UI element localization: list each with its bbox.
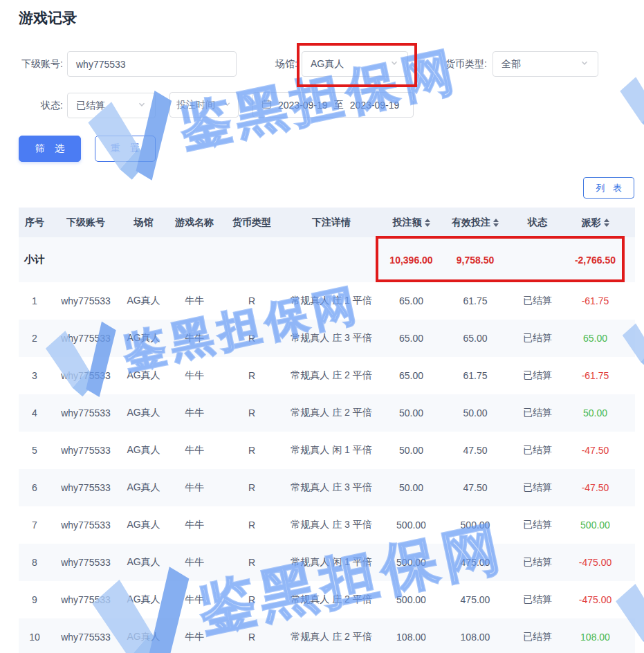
header-cell-bet_amount: 投注额 — [382, 217, 441, 229]
table-row: 2why775533AG真人牛牛R常规真人 庄 3 平倍65.0065.00已结… — [19, 320, 635, 357]
cell-game: 牛牛 — [166, 444, 223, 457]
cell-currency: R — [223, 370, 281, 381]
cell-game: 牛牛 — [166, 332, 223, 344]
sort-desc-icon[interactable] — [493, 223, 499, 227]
cell-bet_amount: 500.00 — [382, 557, 441, 568]
cell-venue: AG真人 — [121, 631, 166, 643]
table-subtotal-row: 小计10,396.009,758.50-2,766.50 — [19, 237, 635, 282]
sort-control-valid_bet[interactable] — [493, 219, 499, 227]
venue-select-value: AG真人 — [311, 58, 344, 71]
cell-venue: AG真人 — [121, 481, 166, 494]
cell-venue: AG真人 — [121, 295, 166, 307]
cell-bet_amount: 65.00 — [382, 333, 441, 344]
sort-asc-icon[interactable] — [604, 219, 609, 222]
cell-account: why775533 — [50, 632, 121, 643]
table-row: 9why775533AG真人牛牛R常规真人 庄 2 平倍500.00475.00… — [19, 581, 635, 618]
header-label: 货币类型 — [232, 217, 271, 229]
cell-currency: R — [223, 482, 281, 493]
header-label: 有效投注 — [452, 217, 490, 229]
cell-bet_amount: 65.00 — [382, 295, 441, 306]
cell-venue: AG真人 — [121, 407, 166, 419]
cell-payout: 65.00 — [565, 333, 625, 344]
date-end-value: 2023-09-19 — [350, 100, 400, 111]
chevron-down-icon — [389, 58, 399, 70]
status-label: 状态: — [1, 93, 63, 118]
cell-status: 已结算 — [510, 556, 565, 569]
subtotal-cell-no: 小计 — [19, 253, 50, 266]
cell-venue: AG真人 — [121, 556, 166, 569]
header-label: 场馆 — [134, 217, 154, 229]
cell-status: 已结算 — [510, 519, 565, 531]
cell-bet_amount: 500.00 — [382, 519, 441, 531]
cell-game: 牛牛 — [166, 369, 223, 382]
cell-bet_amount: 50.00 — [382, 482, 441, 493]
cell-no: 3 — [19, 370, 50, 381]
venue-select[interactable]: AG真人 — [302, 51, 408, 77]
status-select[interactable]: 已结算 — [67, 93, 156, 118]
reset-button[interactable]: 重 置 — [95, 136, 156, 162]
date-separator: 至 — [334, 99, 344, 111]
cell-account: why775533 — [50, 445, 121, 456]
filter-button[interactable]: 筛 选 — [19, 136, 81, 162]
header-label: 序号 — [25, 217, 44, 229]
table-row: 4why775533AG真人牛牛R常规真人 庄 2 平倍50.0050.00已结… — [19, 394, 635, 432]
sort-asc-icon[interactable] — [493, 219, 499, 222]
cell-detail: 常规真人 闲 1 平倍 — [281, 444, 382, 457]
header-cell-currency: 货币类型 — [223, 217, 281, 229]
cell-payout: -47.50 — [565, 482, 625, 493]
header-label: 状态 — [528, 217, 547, 229]
table-row: 8why775533AG真人牛牛R常规真人 闲 1 平倍500.00475.00… — [19, 544, 635, 581]
cell-account: why775533 — [50, 482, 121, 493]
subtotal-cell-payout: -2,766.50 — [565, 255, 625, 266]
sort-desc-icon[interactable] — [604, 223, 609, 227]
chevron-down-icon — [137, 100, 147, 111]
header-cell-no: 序号 — [19, 217, 50, 229]
sort-desc-icon[interactable] — [425, 223, 430, 227]
table-row: 1why775533AG真人牛牛R常规真人 庄 1 平倍65.0061.75已结… — [19, 282, 635, 320]
cell-payout: -61.75 — [565, 370, 625, 381]
header-label: 游戏名称 — [175, 217, 214, 229]
table-row: 10why775533AG真人牛牛R常规真人 庄 2 平倍108.00108.0… — [19, 618, 635, 653]
cell-no: 1 — [19, 295, 50, 306]
cell-detail: 常规真人 庄 1 平倍 — [281, 295, 382, 307]
cell-valid_bet: 61.75 — [441, 295, 510, 306]
cell-detail: 常规真人 庄 3 平倍 — [281, 332, 382, 344]
header-label: 下级账号 — [66, 217, 105, 229]
page-title: 游戏记录 — [19, 8, 77, 28]
sort-asc-icon[interactable] — [425, 219, 430, 222]
sort-control-bet_amount[interactable] — [425, 219, 430, 227]
header-cell-game: 游戏名称 — [166, 217, 223, 229]
header-cell-venue: 场馆 — [121, 217, 166, 229]
game-records-page: 游戏记录 下级账号: why775533 场馆: AG真人 货币类型: 全部 状… — [0, 0, 644, 653]
table-header-row: 序号下级账号场馆游戏名称货币类型下注详情投注额有效投注状态派彩 — [19, 208, 635, 237]
cell-status: 已结算 — [510, 594, 565, 606]
cell-valid_bet: 61.75 — [441, 370, 510, 381]
cell-game: 牛牛 — [166, 481, 223, 494]
header-cell-valid_bet: 有效投注 — [441, 217, 510, 229]
cell-account: why775533 — [50, 333, 121, 344]
cell-valid_bet: 500.00 — [441, 519, 510, 531]
cell-payout: 108.00 — [565, 632, 625, 643]
date-range-picker[interactable]: 2023-09-19 至 2023-09-19 — [252, 92, 414, 118]
cell-game: 牛牛 — [166, 631, 223, 643]
chevron-down-icon — [223, 100, 232, 111]
cell-no: 2 — [19, 333, 50, 344]
watermark-cube-logo-icon — [611, 63, 644, 141]
account-label: 下级账号: — [0, 51, 63, 76]
cell-currency: R — [223, 594, 281, 605]
list-view-button[interactable]: 列 表 — [583, 177, 634, 199]
header-label: 下注详情 — [312, 217, 351, 229]
account-input[interactable]: why775533 — [67, 51, 237, 77]
cell-account: why775533 — [50, 295, 121, 306]
cell-detail: 常规真人 闲 1 平倍 — [281, 556, 382, 569]
table-row: 3why775533AG真人牛牛R常规真人 庄 2 平倍65.0061.75已结… — [19, 357, 635, 394]
cell-venue: AG真人 — [121, 519, 166, 531]
sort-control-payout[interactable] — [604, 219, 609, 227]
table-row: 7why775533AG真人牛牛R常规真人 庄 3 平倍500.00500.00… — [19, 506, 635, 544]
cell-no: 9 — [19, 594, 50, 605]
cell-game: 牛牛 — [166, 295, 223, 307]
chevron-down-icon — [580, 58, 589, 70]
time-type-select[interactable]: 投注时间 — [169, 92, 239, 118]
currency-select[interactable]: 全部 — [493, 51, 598, 77]
cell-detail: 常规真人 庄 2 平倍 — [281, 594, 382, 606]
